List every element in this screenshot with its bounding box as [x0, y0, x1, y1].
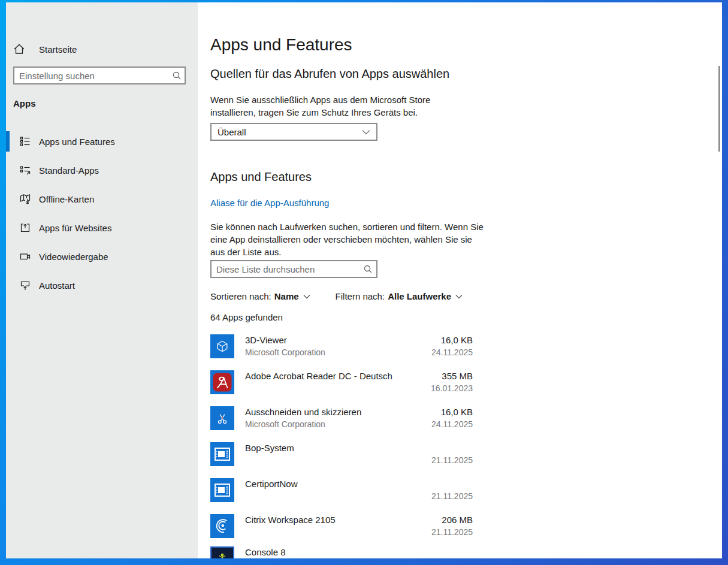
app-row[interactable]: Console 8 [210, 546, 473, 558]
apps-features-heading: Apps und Features [210, 170, 312, 184]
sort-filter-row: Sortieren nach: Name Filtern nach: Alle … [210, 291, 463, 301]
sidebar-item-label: Autostart [39, 280, 75, 291]
filter-value[interactable]: Alle Laufwerke [388, 291, 451, 301]
selected-accent-bar [6, 131, 10, 152]
page-title: Apps und Features [210, 35, 352, 55]
home-icon [13, 43, 25, 55]
chevron-down-icon [362, 129, 370, 135]
main-content: Apps und Features Quellen für das Abrufe… [198, 2, 722, 558]
sidebar-item-label: Standard-Apps [39, 165, 99, 176]
app-window-icon [210, 478, 234, 502]
sidebar-item-startup[interactable]: Autostart [6, 273, 198, 297]
sidebar-item-label: Videowiedergabe [39, 252, 108, 262]
sources-heading: Quellen für das Abrufen von Apps auswähl… [210, 67, 449, 81]
settings-window: Einstellungen Startseite Apps [6, 2, 722, 558]
app-row[interactable]: CertiportNow 21.11.2025 [210, 478, 473, 503]
app-row[interactable]: 3D-Viewer Microsoft Corporation 16,0 KB … [210, 334, 473, 359]
snip-icon [210, 406, 234, 430]
startup-icon [19, 279, 31, 291]
app-row[interactable]: Ausschneiden und skizzieren Microsoft Co… [210, 406, 473, 431]
apps-features-icon [19, 135, 31, 147]
settings-search-input[interactable] [14, 71, 169, 81]
apps-count: 64 Apps gefunden [210, 312, 283, 322]
sidebar-item-label: Apps für Websites [39, 223, 111, 233]
sidebar-item-video-playback[interactable]: Videowiedergabe [6, 244, 198, 268]
sidebar-item-standard-apps[interactable]: Standard-Apps [6, 158, 198, 182]
video-playback-icon [19, 250, 31, 262]
acrobat-icon [210, 370, 234, 394]
chevron-down-icon[interactable] [303, 294, 310, 299]
cube-icon [210, 334, 234, 358]
app-list-search-box [210, 260, 377, 278]
sidebar-section-apps: Apps [13, 98, 36, 108]
offline-maps-icon [19, 193, 31, 205]
scrollbar-thumb[interactable] [718, 66, 720, 152]
search-icon[interactable] [360, 264, 376, 274]
sidebar-item-apps-websites[interactable]: Apps für Websites [6, 216, 198, 240]
citrix-icon [210, 514, 234, 538]
desktop: { "window": { "title": "Einstellungen" }… [0, 0, 728, 565]
sidebar-home-label: Startseite [39, 44, 77, 55]
dropdown-value: Überall [218, 127, 246, 137]
chevron-down-icon[interactable] [455, 294, 463, 299]
alias-link[interactable]: Aliase für die App-Ausführung [210, 198, 329, 208]
app-sources-dropdown[interactable]: Überall [210, 123, 377, 141]
sidebar-item-offline-maps[interactable]: Offline-Karten [6, 187, 198, 211]
sort-value[interactable]: Name [274, 291, 299, 301]
app-row[interactable]: Bop-System 21.11.2025 [210, 442, 473, 467]
apps-list-description: Sie können nach Laufwerken suchen, sorti… [210, 220, 485, 258]
sidebar-item-apps-features[interactable]: Apps und Features [6, 129, 198, 153]
search-icon[interactable] [169, 70, 185, 81]
app-row[interactable]: Adobe Acrobat Reader DC - Deutsch 355 MB… [210, 370, 473, 395]
sidebar-item-home[interactable]: Startseite [13, 40, 77, 59]
settings-search-box [13, 67, 186, 84]
standard-apps-icon [19, 164, 31, 176]
sources-description: Wenn Sie ausschließlich Apps aus dem Mic… [210, 93, 471, 119]
apps-websites-icon [19, 222, 31, 234]
sidebar: Startseite Apps Apps und Features [6, 2, 198, 558]
sort-label: Sortieren nach: [210, 291, 271, 301]
app-window-icon [210, 442, 234, 466]
filter-label: Filtern nach: [336, 291, 385, 301]
sidebar-item-label: Offline-Karten [39, 194, 94, 204]
app-row[interactable]: Citrix Workspace 2105 206 MB 21.11.2025 [210, 514, 473, 539]
console-icon [210, 546, 234, 558]
app-list-search-input[interactable] [212, 264, 360, 274]
sidebar-item-label: Apps und Features [39, 137, 115, 147]
